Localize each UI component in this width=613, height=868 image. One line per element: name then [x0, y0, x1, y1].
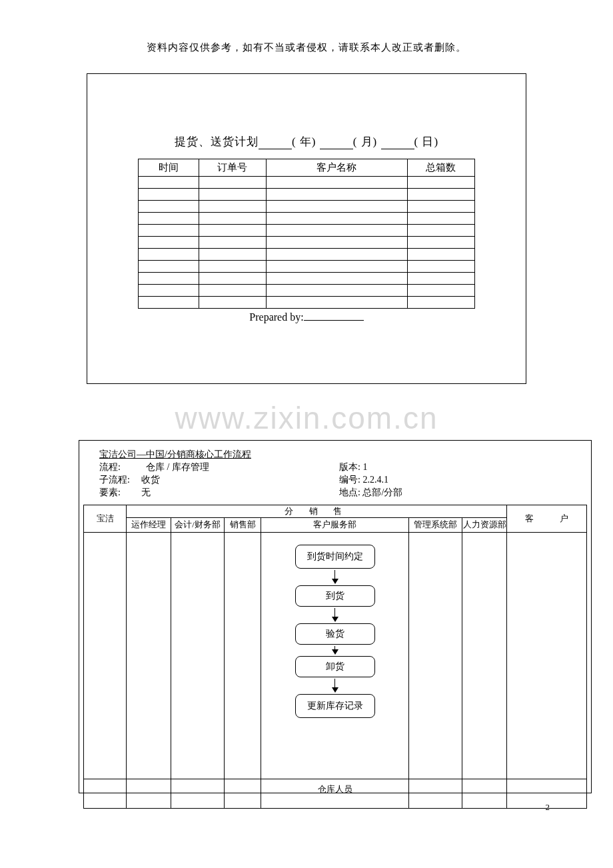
table-cell[interactable] — [139, 213, 199, 225]
table-cell[interactable] — [407, 297, 474, 309]
table-row — [139, 297, 475, 309]
table-cell[interactable] — [139, 261, 199, 273]
table-cell[interactable] — [266, 249, 407, 261]
table-row — [139, 213, 475, 225]
table-row — [139, 285, 475, 297]
foot-hr — [462, 779, 507, 808]
flow-step: 验货 — [295, 623, 375, 645]
table-cell[interactable] — [199, 177, 266, 189]
hdr-acct: 会计/财务部 — [171, 517, 225, 532]
table-cell[interactable] — [199, 297, 266, 309]
cell-ops — [127, 532, 171, 779]
meta-subflow-value: 收货 — [141, 475, 160, 485]
table-row — [139, 237, 475, 249]
table-row — [139, 189, 475, 201]
col-header-time: 时间 — [139, 159, 199, 177]
table-cell[interactable] — [266, 297, 407, 309]
table-cell[interactable] — [199, 285, 266, 297]
foot-baojie — [84, 779, 127, 808]
table-row — [139, 273, 475, 285]
meta-subflow-label: 子流程: — [99, 474, 137, 487]
table-row — [139, 261, 475, 273]
table-cell[interactable] — [266, 237, 407, 249]
table-cell[interactable] — [139, 189, 199, 201]
table-cell[interactable] — [139, 297, 199, 309]
table-cell[interactable] — [407, 225, 474, 237]
table-cell[interactable] — [407, 237, 474, 249]
flow-step: 到货 — [295, 585, 375, 607]
table-cell[interactable] — [266, 177, 407, 189]
col-header-total: 总箱数 — [407, 159, 474, 177]
workflow-panel: 宝洁公司—中国/分销商核心工作流程 流程: 仓库 / 库存管理 版本: 1 子流… — [79, 440, 592, 793]
hdr-ops: 运作经理 — [127, 517, 171, 532]
meta-version-label: 版本: — [339, 462, 360, 472]
table-cell[interactable] — [266, 285, 407, 297]
foot-sales — [224, 779, 261, 808]
table-cell[interactable] — [407, 177, 474, 189]
col-header-order: 订单号 — [199, 159, 266, 177]
hdr-csd: 客户服务部 — [261, 517, 409, 532]
flow-step: 到货时间约定 — [295, 545, 375, 569]
foot-ops — [127, 779, 171, 808]
meta-block: 宝洁公司—中国/分销商核心工作流程 流程: 仓库 / 库存管理 版本: 1 子流… — [79, 441, 591, 505]
month-label: ( 月) — [353, 135, 378, 148]
foot-acct — [171, 779, 225, 808]
table-cell[interactable] — [199, 213, 266, 225]
flow-step: 卸货 — [295, 656, 375, 677]
table-cell[interactable] — [199, 189, 266, 201]
meta-location-value: 总部/分部 — [362, 487, 402, 497]
table-cell[interactable] — [199, 225, 266, 237]
arrow-down-icon — [332, 608, 338, 622]
flow-table: 宝洁 分 销 售 客 户 运作经理 会计/财务部 销售部 客户服务部 管理系统部… — [83, 505, 587, 809]
cell-csd: 到货时间约定到货验货卸货更新库存记录 — [261, 532, 409, 779]
day-field[interactable] — [381, 135, 414, 149]
cell-hr — [462, 532, 507, 779]
plan-table: 时间 订单号 客户名称 总箱数 — [138, 159, 475, 309]
table-cell[interactable] — [139, 201, 199, 213]
day-label: ( 日) — [414, 135, 439, 148]
arrow-down-icon — [332, 646, 338, 655]
table-cell[interactable] — [139, 225, 199, 237]
table-cell[interactable] — [266, 189, 407, 201]
year-field[interactable] — [259, 135, 292, 149]
table-cell[interactable] — [266, 201, 407, 213]
table-cell[interactable] — [199, 261, 266, 273]
meta-flow-label: 流程: — [99, 461, 137, 474]
col-header-customer: 客户名称 — [266, 159, 407, 177]
table-cell[interactable] — [139, 273, 199, 285]
table-row — [139, 249, 475, 261]
hdr-mis: 管理系统部 — [409, 517, 462, 532]
table-cell[interactable] — [199, 249, 266, 261]
foot-mis — [409, 779, 462, 808]
table-cell[interactable] — [199, 201, 266, 213]
meta-title: 宝洁公司—中国/分销商核心工作流程 — [99, 449, 251, 459]
prepared-by: Prepared by: — [138, 311, 475, 323]
table-cell[interactable] — [266, 273, 407, 285]
table-cell[interactable] — [407, 213, 474, 225]
hdr-customer: 客 户 — [507, 505, 587, 532]
prepared-by-label: Prepared by: — [249, 311, 303, 323]
watermark-text: www.zixin.com.cn — [0, 400, 613, 436]
disclaimer-text: 资料内容仅供参考，如有不当或者侵权，请联系本人改正或者删除。 — [0, 0, 613, 54]
table-cell[interactable] — [199, 237, 266, 249]
table-cell[interactable] — [199, 273, 266, 285]
table-cell[interactable] — [266, 225, 407, 237]
table-cell[interactable] — [407, 249, 474, 261]
table-cell[interactable] — [139, 285, 199, 297]
table-cell[interactable] — [139, 177, 199, 189]
table-cell[interactable] — [266, 213, 407, 225]
table-cell[interactable] — [407, 261, 474, 273]
table-cell[interactable] — [407, 189, 474, 201]
table-cell[interactable] — [139, 249, 199, 261]
table-cell[interactable] — [266, 261, 407, 273]
table-cell[interactable] — [407, 285, 474, 297]
table-row — [139, 201, 475, 213]
table-cell[interactable] — [407, 201, 474, 213]
arrow-down-icon — [332, 570, 338, 584]
year-label: ( 年) — [292, 135, 316, 148]
meta-code-value: 2.2.4.1 — [362, 475, 388, 485]
month-field[interactable] — [320, 135, 353, 149]
table-cell[interactable] — [407, 273, 474, 285]
table-cell[interactable] — [139, 237, 199, 249]
prepared-by-field[interactable] — [304, 320, 364, 321]
